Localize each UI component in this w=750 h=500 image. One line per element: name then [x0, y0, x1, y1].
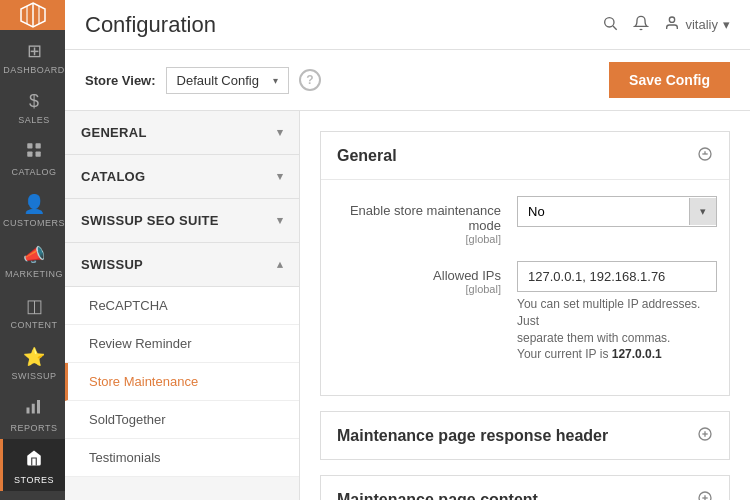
catalog-icon: [25, 141, 43, 164]
nav-section-catalog-label: CATALOG: [81, 169, 145, 184]
chevron-down-icon: ▾: [277, 214, 283, 227]
svg-point-7: [605, 17, 614, 26]
sidebar-item-label: DASHBOARD: [3, 65, 65, 75]
svg-rect-4: [27, 408, 30, 414]
toolbar: Store View: Default Config ▾ ? Save Conf…: [65, 50, 750, 111]
sidebar-item-marketing[interactable]: 📣 MARKETING: [0, 234, 65, 285]
expand-icon: [697, 490, 713, 500]
svg-rect-5: [32, 404, 35, 414]
maintenance-mode-field: No ▾: [517, 196, 717, 227]
chevron-down-icon: ▾: [277, 126, 283, 139]
config-section-page-content: Maintenance page content: [320, 475, 730, 500]
svg-rect-6: [37, 400, 40, 414]
config-section-page-content-header[interactable]: Maintenance page content: [321, 476, 729, 500]
save-config-button[interactable]: Save Config: [609, 62, 730, 98]
help-text: ?: [306, 73, 313, 87]
user-menu[interactable]: vitaliy ▾: [664, 15, 730, 35]
sidebar-item-content[interactable]: ◫ CONTENT: [0, 285, 65, 336]
allowed-ips-label: Allowed IPs [global]: [337, 261, 517, 295]
nav-section-seo-label: SWISSUP SEO SUITE: [81, 213, 219, 228]
select-arrow-icon: ▾: [689, 198, 716, 225]
nav-item-recaptcha[interactable]: ReCAPTCHA: [65, 287, 299, 325]
config-section-general-body: Enable store maintenance mode [global] N…: [321, 179, 729, 395]
sales-icon: $: [29, 91, 39, 112]
sidebar-item-stores[interactable]: STORES: [0, 439, 65, 491]
allowed-ips-hint: You can set multiple IP addresses. Just …: [517, 296, 717, 363]
dashboard-icon: ⊞: [27, 40, 42, 62]
notification-icon[interactable]: [633, 15, 649, 35]
svg-rect-0: [27, 143, 32, 148]
nav-item-store-maintenance[interactable]: Store Maintenance: [65, 363, 299, 401]
header-actions: vitaliy ▾: [602, 15, 730, 35]
sidebar-item-swissup[interactable]: ⭐ SWISSUP: [0, 336, 65, 387]
main-content: Configuration: [65, 0, 750, 500]
sidebar-item-label: SALES: [18, 115, 50, 125]
allowed-ips-field: You can set multiple IP addresses. Just …: [517, 261, 717, 363]
config-section-general-title: General: [337, 147, 397, 165]
sidebar-item-sales[interactable]: $ SALES: [0, 81, 65, 131]
sidebar-item-reports[interactable]: REPORTS: [0, 387, 65, 439]
left-nav: GENERAL ▾ CATALOG ▾ SWISSUP SEO SUITE ▾ …: [65, 111, 300, 500]
sidebar-item-system[interactable]: ⚙ SYSTEM: [0, 491, 65, 500]
nav-section-general-label: GENERAL: [81, 125, 147, 140]
config-section-general-header[interactable]: General: [321, 132, 729, 179]
nav-section-swissup[interactable]: SWISSUP ▴: [65, 243, 299, 287]
svg-line-8: [613, 26, 617, 30]
maintenance-mode-label: Enable store maintenance mode [global]: [337, 196, 517, 245]
sidebar-item-label: CUSTOMERS: [3, 218, 65, 228]
collapse-icon: [697, 146, 713, 165]
nav-item-soldtogether[interactable]: SoldTogether: [65, 401, 299, 439]
content-area: GENERAL ▾ CATALOG ▾ SWISSUP SEO SUITE ▾ …: [65, 111, 750, 500]
nav-item-testimonials[interactable]: Testimonials: [65, 439, 299, 477]
sidebar-item-label: REPORTS: [11, 423, 58, 433]
sidebar-item-label: MARKETING: [5, 269, 63, 279]
chevron-down-icon: ▾: [723, 17, 730, 32]
maintenance-mode-select[interactable]: No: [518, 197, 689, 226]
sidebar-item-dashboard[interactable]: ⊞ DASHBOARD: [0, 30, 65, 81]
sidebar-logo[interactable]: [0, 0, 65, 30]
sidebar-item-label: CONTENT: [11, 320, 58, 330]
store-view-value: Default Config: [177, 73, 259, 88]
user-icon: [664, 15, 680, 35]
nav-section-swissup-label: SWISSUP: [81, 257, 143, 272]
right-panel: General Enable store maintenance mode: [300, 111, 750, 500]
svg-rect-3: [36, 152, 41, 157]
store-view-select[interactable]: Default Config ▾: [166, 67, 289, 94]
nav-section-catalog[interactable]: CATALOG ▾: [65, 155, 299, 199]
config-section-response-header: Maintenance page response header: [320, 411, 730, 460]
username: vitaliy: [685, 17, 718, 32]
maintenance-mode-select-wrapper: No ▾: [517, 196, 717, 227]
current-ip: 127.0.0.1: [612, 347, 662, 361]
search-icon[interactable]: [602, 15, 618, 35]
svg-rect-1: [36, 143, 41, 148]
sidebar: ⊞ DASHBOARD $ SALES CATALOG 👤 CUSTOMERS …: [0, 0, 65, 500]
stores-icon: [25, 449, 43, 472]
help-icon[interactable]: ?: [299, 69, 321, 91]
config-section-content-title: Maintenance page content: [337, 491, 538, 500]
svg-point-9: [670, 17, 675, 22]
sidebar-item-customers[interactable]: 👤 CUSTOMERS: [0, 183, 65, 234]
config-section-response-header-header[interactable]: Maintenance page response header: [321, 412, 729, 459]
allowed-ips-input[interactable]: [517, 261, 717, 292]
nav-section-general[interactable]: GENERAL ▾: [65, 111, 299, 155]
sidebar-item-label: STORES: [14, 475, 54, 485]
chevron-down-icon: ▾: [277, 170, 283, 183]
chevron-up-icon: ▴: [277, 258, 283, 271]
swissup-icon: ⭐: [23, 346, 45, 368]
dropdown-arrow-icon: ▾: [273, 75, 278, 86]
svg-rect-2: [27, 152, 32, 157]
sidebar-item-label: CATALOG: [11, 167, 56, 177]
store-view-section: Store View: Default Config ▾ ?: [85, 67, 321, 94]
marketing-icon: 📣: [23, 244, 45, 266]
store-view-label: Store View:: [85, 73, 156, 88]
form-row-allowed-ips: Allowed IPs [global] You can set multipl…: [337, 261, 713, 363]
config-section-response-title: Maintenance page response header: [337, 427, 608, 445]
nav-section-swissup-seo-suite[interactable]: SWISSUP SEO SUITE ▾: [65, 199, 299, 243]
nav-item-review-reminder[interactable]: Review Reminder: [65, 325, 299, 363]
sidebar-item-catalog[interactable]: CATALOG: [0, 131, 65, 183]
expand-icon: [697, 426, 713, 445]
customers-icon: 👤: [23, 193, 45, 215]
config-section-general: General Enable store maintenance mode: [320, 131, 730, 396]
reports-icon: [25, 397, 43, 420]
header: Configuration: [65, 0, 750, 50]
